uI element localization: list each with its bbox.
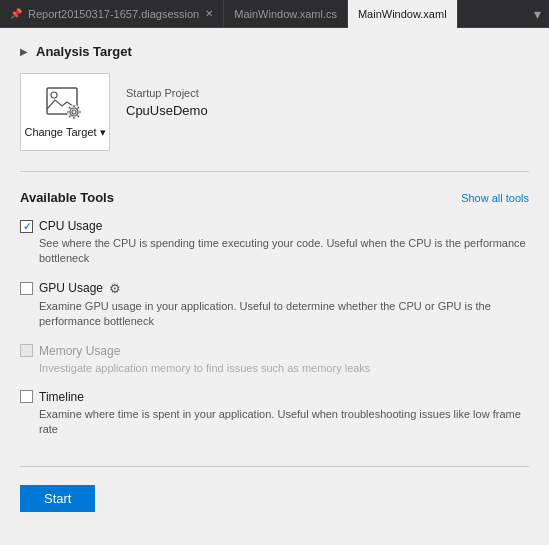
checkmark-icon: ✓ <box>23 221 31 232</box>
cpu-usage-checkbox[interactable]: ✓ <box>20 220 33 233</box>
tab-diag-label: Report20150317-1657.diagsession <box>28 8 199 20</box>
tools-header: Available Tools Show all tools <box>20 190 529 205</box>
timeline-desc: Examine where time is spent in your appl… <box>39 407 529 438</box>
tool-item-timeline: Timeline Examine where time is spent in … <box>20 390 529 438</box>
memory-usage-checkbox <box>20 344 33 357</box>
tab-diag-close[interactable]: ✕ <box>205 8 213 19</box>
target-icon <box>45 86 85 122</box>
tool-memory-name-row: Memory Usage <box>20 344 529 358</box>
startup-project-name: CpuUseDemo <box>126 103 208 118</box>
analysis-target-section: ▶ Analysis Target <box>0 28 549 167</box>
tool-gpu-name-row: GPU Usage ⚙ <box>20 281 529 296</box>
tool-cpu-name-row: ✓ CPU Usage <box>20 219 529 233</box>
analysis-target-header: ▶ Analysis Target <box>20 44 529 59</box>
change-target-label: Change Target ▾ <box>24 126 105 139</box>
tool-item-cpu: ✓ CPU Usage See where the CPU is spendin… <box>20 219 529 267</box>
tab-diag[interactable]: 📌 Report20150317-1657.diagsession ✕ <box>0 0 224 28</box>
memory-usage-label: Memory Usage <box>39 344 120 358</box>
analysis-target-title: Analysis Target <box>36 44 132 59</box>
svg-point-1 <box>51 92 57 98</box>
pin-icon: 📌 <box>10 8 22 19</box>
start-button[interactable]: Start <box>20 485 95 512</box>
tab-xaml-label: MainWindow.xaml <box>358 8 447 20</box>
tool-timeline-name-row: Timeline <box>20 390 529 404</box>
gpu-usage-desc: Examine GPU usage in your application. U… <box>39 299 529 330</box>
startup-project-label: Startup Project <box>126 87 208 99</box>
expand-arrow-icon[interactable]: ▶ <box>20 46 28 57</box>
target-row: Change Target ▾ Startup Project CpuUseDe… <box>20 73 529 151</box>
memory-usage-desc: Investigate application memory to find i… <box>39 361 529 376</box>
startup-info: Startup Project CpuUseDemo <box>126 73 208 118</box>
cpu-usage-label: CPU Usage <box>39 219 102 233</box>
available-tools-title: Available Tools <box>20 190 114 205</box>
tab-cs[interactable]: MainWindow.xaml.cs <box>224 0 348 28</box>
timeline-label: Timeline <box>39 390 84 404</box>
tab-xaml[interactable]: MainWindow.xaml <box>348 0 458 28</box>
tab-more-button[interactable]: ▾ <box>526 6 549 22</box>
show-all-tools-link[interactable]: Show all tools <box>461 192 529 204</box>
change-target-button[interactable]: Change Target ▾ <box>20 73 110 151</box>
gpu-usage-checkbox[interactable] <box>20 282 33 295</box>
dropdown-arrow-icon: ▾ <box>100 126 106 139</box>
start-section: Start <box>0 471 549 526</box>
tab-cs-label: MainWindow.xaml.cs <box>234 8 337 20</box>
tab-bar: 📌 Report20150317-1657.diagsession ✕ Main… <box>0 0 549 28</box>
tool-item-gpu: GPU Usage ⚙ Examine GPU usage in your ap… <box>20 281 529 330</box>
main-content: ▶ Analysis Target <box>0 28 549 545</box>
bottom-divider <box>20 466 529 467</box>
gpu-usage-label: GPU Usage <box>39 281 103 295</box>
timeline-checkbox[interactable] <box>20 390 33 403</box>
available-tools-section: Available Tools Show all tools ✓ CPU Usa… <box>0 176 549 462</box>
gpu-gear-icon[interactable]: ⚙ <box>109 281 121 296</box>
section-divider <box>20 171 529 172</box>
tool-item-memory: Memory Usage Investigate application mem… <box>20 344 529 376</box>
cpu-usage-desc: See where the CPU is spending time execu… <box>39 236 529 267</box>
